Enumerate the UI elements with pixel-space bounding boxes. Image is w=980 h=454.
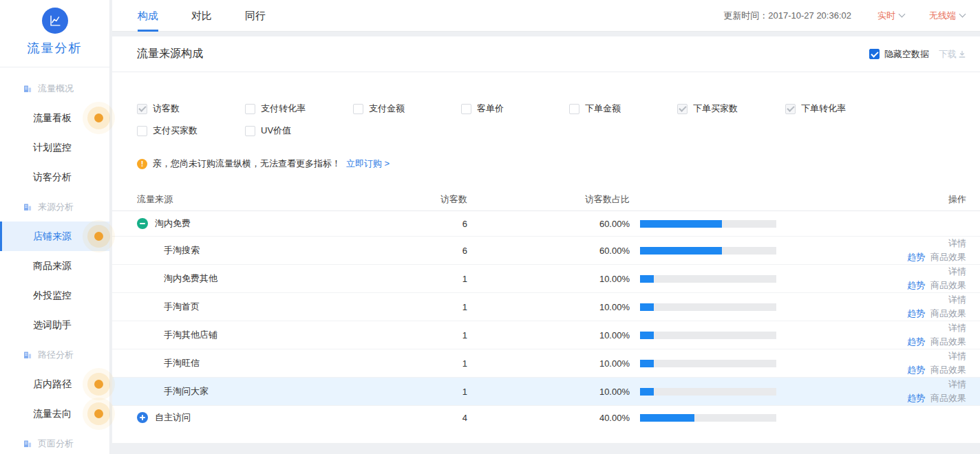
visitors-value: 1 [412, 358, 467, 369]
visitor-share-value: 10.00% [467, 330, 630, 340]
trend-link[interactable]: 趋势 [907, 280, 925, 290]
metric-checkbox-支付转化率[interactable]: 支付转化率 [245, 100, 353, 118]
trend-link[interactable]: 趋势 [907, 336, 925, 347]
checkbox-unchecked-icon [245, 126, 255, 136]
metric-label: 支付转化率 [261, 102, 306, 115]
table-row: 淘内免费660.00% [112, 211, 980, 237]
main-area: 构成 对比 同行 更新时间：2017-10-27 20:36:02 实时 无线端… [112, 0, 980, 454]
sidebar-item-label: 计划监控 [33, 142, 72, 154]
bar-fill [640, 247, 722, 255]
metric-label: 下单转化率 [801, 102, 846, 115]
traffic-source-table: 流量来源 访客数 访客数占比 操作 淘内免费660.00%手淘搜索660.00%… [112, 188, 980, 429]
sidebar-item-访客分析[interactable]: 访客分析 [0, 162, 109, 192]
trend-link[interactable]: 趋势 [907, 252, 925, 262]
product-effect-link[interactable]: 商品效果 [930, 393, 966, 403]
device-dropdown-label: 无线端 [929, 10, 956, 22]
sidebar-item-计划监控[interactable]: 计划监控 [0, 133, 109, 162]
product-effect-link[interactable]: 商品效果 [930, 336, 966, 347]
actions-line-2: 趋势商品效果 [795, 363, 966, 377]
tab-compare[interactable]: 对比 [191, 0, 212, 32]
source-name-cell: 手淘其他店铺 [137, 329, 412, 341]
sidebar-item-流量看板[interactable]: 流量看板 [0, 103, 109, 133]
subscribe-now-link[interactable]: 立即订购 > [346, 158, 390, 170]
device-dropdown[interactable]: 无线端 [929, 10, 965, 22]
chevron-down-icon [899, 11, 906, 18]
visitor-share-bar-cell [630, 247, 795, 255]
metric-checkbox-支付金额[interactable]: 支付金额 [353, 100, 461, 118]
building-icon [23, 439, 32, 448]
detail-link[interactable]: 详情 [948, 323, 966, 333]
column-header-source: 流量来源 [137, 193, 412, 206]
sidebar-item-店铺来源[interactable]: 店铺来源 [0, 221, 109, 251]
sidebar-item-label: 流量看板 [33, 112, 72, 125]
column-header-visitor-share: 访客数占比 [467, 193, 630, 206]
metric-checkbox-group: 访客数支付转化率支付金额客单价下单金额下单买家数下单转化率支付买家数UV价值 [112, 72, 931, 144]
detail-link[interactable]: 详情 [948, 379, 966, 389]
source-name: 手淘首页 [164, 301, 200, 313]
source-name: 自主访问 [155, 411, 191, 424]
visitors-value: 4 [412, 413, 467, 423]
sidebar-section-页面分析: 页面分析 [0, 429, 109, 454]
detail-link[interactable]: 详情 [948, 294, 966, 305]
checkbox-checked-disabled-icon [677, 104, 688, 114]
product-effect-link[interactable]: 商品效果 [930, 365, 966, 375]
sidebar-item-店内路径[interactable]: 店内路径 [0, 369, 109, 399]
sidebar-item-label: 商品来源 [33, 260, 72, 272]
warning-icon: ! [137, 159, 147, 169]
trend-link[interactable]: 趋势 [907, 365, 925, 375]
tab-composition[interactable]: 构成 [138, 0, 158, 32]
checkbox-unchecked-icon [569, 104, 579, 114]
trend-link[interactable]: 趋势 [907, 393, 925, 403]
detail-link[interactable]: 详情 [948, 266, 966, 277]
actions-cell: 详情趋势商品效果 [795, 378, 966, 405]
download-button[interactable]: 下载 [939, 48, 966, 61]
bar-track [640, 388, 776, 396]
product-effect-link[interactable]: 商品效果 [930, 252, 966, 262]
building-icon [23, 202, 32, 212]
source-name: 手淘搜索 [164, 244, 200, 257]
actions-cell: 详情趋势商品效果 [795, 321, 966, 349]
sidebar-item-label: 外投监控 [33, 290, 72, 302]
visitor-share-value: 60.00% [467, 246, 630, 256]
actions-line-1: 详情 [795, 349, 966, 363]
sidebar-item-流量去向[interactable]: 流量去向 [0, 399, 109, 429]
visitors-value: 6 [412, 246, 467, 256]
expand-plus-icon[interactable] [137, 412, 148, 423]
tab-peers[interactable]: 同行 [245, 0, 266, 32]
sidebar-item-label: 流量去向 [33, 408, 72, 420]
sidebar-item-选词助手[interactable]: 选词助手 [0, 310, 109, 340]
trend-link[interactable]: 趋势 [907, 308, 925, 318]
app-title: 流量分析 [0, 40, 109, 56]
visitor-share-value: 40.00% [467, 413, 630, 423]
metric-checkbox-支付买家数[interactable]: 支付买家数 [137, 122, 245, 140]
update-time: 更新时间：2017-10-27 20:36:02 [723, 10, 851, 22]
sidebar-section-流量概况: 流量概况 [0, 74, 109, 103]
download-label: 下载 [939, 48, 957, 61]
sidebar-item-商品来源[interactable]: 商品来源 [0, 251, 109, 281]
hide-empty-data-checkbox[interactable]: 隐藏空数据 [869, 48, 929, 61]
metric-checkbox-下单金额[interactable]: 下单金额 [569, 100, 677, 118]
realtime-dropdown[interactable]: 实时 [877, 10, 904, 22]
source-name-cell: 淘内免费 [137, 217, 412, 230]
product-effect-link[interactable]: 商品效果 [930, 308, 966, 318]
metric-checkbox-UV价值[interactable]: UV价值 [245, 122, 353, 140]
source-name-cell: 淘内免费其他 [137, 272, 412, 285]
sidebar-item-外投监控[interactable]: 外投监控 [0, 281, 109, 310]
bar-track [640, 414, 776, 422]
detail-link[interactable]: 详情 [948, 351, 966, 361]
visitors-value: 1 [412, 330, 467, 340]
actions-cell: 详情趋势商品效果 [795, 237, 966, 264]
detail-link[interactable]: 详情 [948, 238, 966, 248]
actions-line-1: 详情 [795, 378, 966, 391]
actions-line-2: 趋势商品效果 [795, 307, 966, 321]
sidebar-section-label: 页面分析 [38, 437, 74, 450]
table-body: 淘内免费660.00%手淘搜索660.00%详情趋势商品效果淘内免费其他110.… [112, 211, 980, 429]
visitors-value: 6 [412, 219, 467, 229]
metric-checkbox-客单价[interactable]: 客单价 [461, 100, 569, 118]
collapse-minus-icon[interactable] [137, 218, 148, 229]
product-effect-link[interactable]: 商品效果 [930, 280, 966, 290]
bar-fill [640, 332, 654, 339]
visitor-share-bar-cell [630, 414, 795, 422]
bar-track [640, 360, 776, 367]
actions-cell: 详情趋势商品效果 [795, 293, 966, 321]
